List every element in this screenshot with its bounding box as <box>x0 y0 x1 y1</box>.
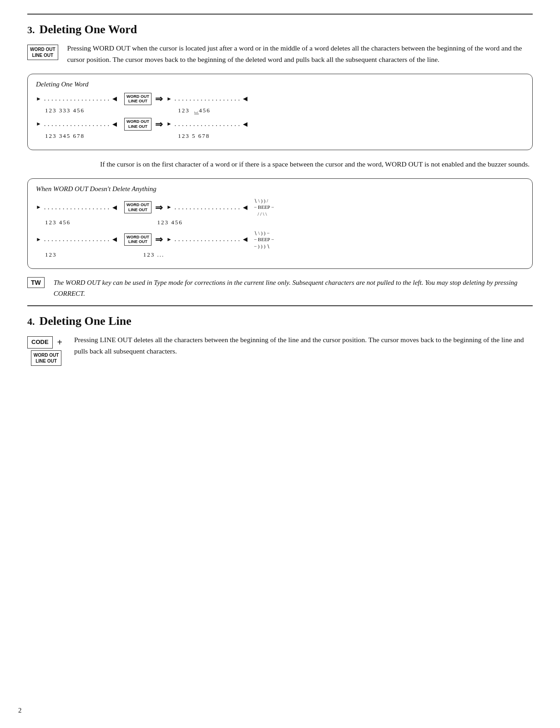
plus-sign: + <box>57 337 62 348</box>
big-arrow-2: ⇒ <box>155 119 163 130</box>
top-rule <box>27 14 533 15</box>
beep-2: ∖ \ ) ) − − BEEP − − ) ) ) ∖ <box>254 230 274 249</box>
word-out-key-4: WORD OUTLINE OUT <box>31 350 62 366</box>
section-3-number: 3. <box>27 24 35 36</box>
diagram2-row1: ► .................. ◀ WORD OUTLINE OUT … <box>36 197 524 217</box>
diagram-deleting-one-word: Deleting One Word ► .................. ◀… <box>27 74 533 150</box>
tri-left-3: ► <box>36 204 41 211</box>
section-3-title: Deleting One Word <box>40 23 137 36</box>
section-4: 4. Deleting One Line CODE + WORD OUTLINE… <box>27 314 533 366</box>
diagram1-title: Deleting One Word <box>36 81 524 88</box>
word-out-key: WORD OUTLINE OUT <box>27 45 58 60</box>
section-3-key: WORD OUTLINE OUT <box>27 45 58 66</box>
big-arrow-4: ⇒ <box>155 234 163 245</box>
tri-right-3b: ◀ <box>243 204 247 211</box>
section-4-number: 4. <box>27 316 35 328</box>
dots-4b: .................. <box>174 236 241 243</box>
diagram1-row2: ► .................. ◀ WORD OUTLINE OUT … <box>36 118 524 131</box>
tw-text: The WORD OUT key can be used in Type mod… <box>54 277 533 299</box>
diagram2-label2: 123 123 ... <box>45 251 524 258</box>
bottom-rule <box>27 305 533 306</box>
tri-left-1b: ► <box>166 96 172 102</box>
tri-right-1b: ◀ <box>243 95 247 102</box>
dots-3: .................. <box>43 204 111 211</box>
section-4-keys: CODE + WORD OUTLINE OUT <box>27 336 65 366</box>
tri-right-2b: ◀ <box>243 121 247 128</box>
tri-left-2: ► <box>36 121 41 127</box>
diagram1-label1: 123 333 456 123 ⎵456 <box>45 107 524 114</box>
diagram1-label2: 123 345 678 123 5 678 <box>45 132 524 140</box>
tw-key: TW <box>27 277 45 288</box>
beep-1: ∖ \ ) ) / − BEEP − / / \ \ <box>254 197 274 217</box>
diagram2-title: When WORD OUT Doesn't Delete Anything <box>36 185 524 193</box>
tri-left-4b: ► <box>166 236 172 243</box>
section-4-title: Deleting One Line <box>40 314 131 328</box>
dots-2: .................. <box>43 121 111 127</box>
tw-section: TW The WORD OUT key can be used in Type … <box>27 277 533 299</box>
tri-right-4: ◀ <box>112 236 117 243</box>
section-3-description: Pressing WORD OUT when the cursor is loc… <box>67 43 533 66</box>
dots-1b: .................. <box>174 96 241 102</box>
code-key: CODE <box>27 336 53 349</box>
diagram2-row2: ► .................. ◀ WORD OUTLINE OUT … <box>36 230 524 249</box>
section-3-body: WORD OUTLINE OUT Pressing WORD OUT when … <box>27 43 533 66</box>
diagram1-row1: ► .................. ◀ WORD OUTLINE OUT … <box>36 93 524 106</box>
tri-left-2b: ► <box>166 121 172 127</box>
big-arrow-1: ⇒ <box>155 93 163 104</box>
section-3-middle-text: If the cursor is on the first character … <box>100 158 533 170</box>
section-4-description: Pressing LINE OUT deletes all the charac… <box>74 334 533 366</box>
tri-left-1: ► <box>36 96 41 102</box>
tri-right-4b: ◀ <box>243 236 247 243</box>
section-3: 3. Deleting One Word WORD OUTLINE OUT Pr… <box>27 23 533 299</box>
page-number: 2 <box>18 707 22 714</box>
tri-left-4: ► <box>36 236 41 243</box>
section-4-body: CODE + WORD OUTLINE OUT Pressing LINE OU… <box>27 334 533 366</box>
word-out-inline-4: WORD OUTLINE OUT <box>124 233 151 246</box>
word-out-inline-2: WORD OUTLINE OUT <box>124 118 151 131</box>
tri-right-1: ◀ <box>112 95 117 102</box>
word-out-inline-1: WORD OUTLINE OUT <box>124 93 151 106</box>
dots-2b: .................. <box>174 121 241 127</box>
dots-1: .................. <box>43 96 111 102</box>
diagram2-label1: 123 456 123 456 <box>45 219 524 226</box>
big-arrow-3: ⇒ <box>155 202 163 213</box>
tri-right-3: ◀ <box>112 204 117 211</box>
tri-left-3b: ► <box>166 204 172 211</box>
dots-4: .................. <box>43 236 111 243</box>
dots-3b: .................. <box>174 204 241 211</box>
word-out-inline-3: WORD OUTLINE OUT <box>124 201 151 214</box>
diagram-word-out-no-delete: When WORD OUT Doesn't Delete Anything ► … <box>27 178 533 269</box>
tri-right-2: ◀ <box>112 121 117 128</box>
